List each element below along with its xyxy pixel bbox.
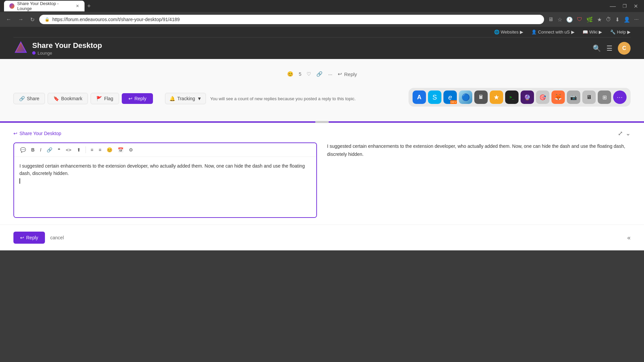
editor-settings-btn[interactable]: ⚙ bbox=[127, 146, 135, 154]
restore-btn[interactable]: ❐ bbox=[621, 1, 629, 11]
connect-link[interactable]: 👤 Connect with uS ▶ bbox=[531, 29, 575, 35]
forum-topbar: 🌐 Websites ▶ 👤 Connect with uS ▶ 📖 Wiki … bbox=[13, 27, 631, 38]
dock-calculator[interactable]: 🖩 bbox=[474, 90, 488, 104]
reply-section: ↩ Share Your Desktop ⤢ ⌄ 💬 B I 🔗 ❝ <> ⬆ bbox=[0, 123, 644, 225]
forum-logo[interactable]: Share Your Desktop Lounge bbox=[13, 41, 102, 56]
hamburger-menu[interactable]: ☰ bbox=[606, 44, 612, 52]
share-btn[interactable]: 🔗 Share bbox=[13, 93, 45, 104]
app-dock: A S e DEV 🔵 🖩 ★ bbox=[409, 88, 631, 107]
editor-quote-btn[interactable]: ❝ bbox=[56, 146, 62, 154]
editor-calendar-btn[interactable]: 📅 bbox=[116, 146, 125, 154]
bookmark-icon: 🔖 bbox=[53, 96, 59, 101]
minimize-btn[interactable]: — bbox=[608, 1, 618, 11]
emoji-react-btn[interactable]: 😊 bbox=[287, 71, 293, 77]
connect-chevron: ▶ bbox=[571, 29, 575, 35]
profile-btn[interactable]: 👤 bbox=[622, 15, 632, 24]
editor-ordered-list-btn[interactable]: ≡ bbox=[97, 146, 103, 154]
extension-btn[interactable]: 🌿 bbox=[585, 15, 594, 24]
collapse-editor-btn[interactable]: « bbox=[627, 234, 631, 241]
websites-link[interactable]: 🌐 Websites ▶ bbox=[494, 29, 523, 35]
section-divider bbox=[0, 121, 644, 123]
dock-star-app[interactable]: ★ bbox=[490, 90, 503, 104]
flag-label: Flag bbox=[104, 96, 113, 101]
editor-upload-btn[interactable]: ⬆ bbox=[75, 146, 83, 154]
dock-display[interactable]: 🖥 bbox=[582, 90, 596, 104]
reply-submit-label: Reply bbox=[26, 235, 38, 240]
download-btn[interactable]: ⬇ bbox=[614, 15, 621, 24]
flag-icon: 🚩 bbox=[96, 96, 102, 101]
reply-arrow-icon: ↩ bbox=[13, 131, 17, 136]
like-btn[interactable]: ♡ bbox=[307, 71, 311, 77]
lounge-label: Lounge bbox=[38, 51, 52, 56]
dock-color-picker[interactable]: 🎯 bbox=[536, 90, 549, 104]
desktop-btn[interactable]: 🖥 bbox=[547, 15, 555, 24]
reply-header: ↩ Share Your Desktop ⤢ ⌄ bbox=[13, 130, 631, 137]
preview-pane: I suggested certain enhancements to the … bbox=[327, 142, 631, 218]
dock-terminal[interactable]: >_ bbox=[505, 90, 519, 104]
editor-emoji2-btn[interactable]: 😊 bbox=[105, 146, 114, 154]
editor-bold-btn[interactable]: B bbox=[29, 146, 37, 154]
editor-container: 💬 B I 🔗 ❝ <> ⬆ ≡ ≡ 😊 📅 ⚙ I suggested cer… bbox=[13, 142, 317, 218]
menu-btn[interactable]: ··· bbox=[633, 15, 640, 24]
dock-app-store[interactable]: A bbox=[413, 90, 426, 104]
tracking-chevron: ▼ bbox=[197, 96, 202, 101]
editor-link-btn[interactable]: 🔗 bbox=[45, 146, 54, 154]
editor-unordered-list-btn[interactable]: ≡ bbox=[89, 146, 95, 154]
user-avatar[interactable]: C bbox=[618, 42, 631, 55]
dock-firefox[interactable]: 🦊 bbox=[551, 90, 565, 104]
browser-tab[interactable]: Share Your Desktop - Lounge ✕ bbox=[4, 1, 85, 11]
dock-finder[interactable]: 🔵 bbox=[459, 90, 472, 104]
reply-top-btn[interactable]: ↩ Reply bbox=[338, 71, 357, 77]
reply-main-btn[interactable]: ↩ Reply bbox=[122, 93, 153, 104]
address-bar[interactable]: 🔒 https://forum.endeavouros.com/t/share-… bbox=[39, 15, 544, 24]
reply-grid: 💬 B I 🔗 ❝ <> ⬆ ≡ ≡ 😊 📅 ⚙ I suggested cer… bbox=[13, 142, 631, 218]
divider-handle[interactable] bbox=[315, 121, 329, 123]
reply-submit-btn[interactable]: ↩ Reply bbox=[13, 232, 45, 244]
wiki-link[interactable]: 📖 Wiki ▶ bbox=[583, 29, 602, 35]
cancel-btn[interactable]: cancel bbox=[50, 235, 64, 240]
star-btn[interactable]: ☆ bbox=[556, 15, 564, 24]
tracking-btn[interactable]: 🔔 Tracking ▼ bbox=[165, 93, 206, 104]
lock-icon: 🔒 bbox=[45, 17, 50, 22]
dock-more-btn[interactable]: ··· bbox=[613, 90, 627, 104]
tab-close-btn[interactable]: ✕ bbox=[76, 4, 79, 8]
refresh-btn[interactable]: ↻ bbox=[28, 15, 37, 24]
forward-btn[interactable]: → bbox=[16, 15, 25, 24]
help-link[interactable]: 🔧 Help ▶ bbox=[610, 29, 631, 35]
editor-code-btn[interactable]: <> bbox=[64, 146, 73, 154]
bookmark-btn[interactable]: 🔖 Bookmark bbox=[48, 93, 88, 104]
clock-btn[interactable]: ⏱ bbox=[604, 15, 612, 24]
ellipsis-icon: ··· bbox=[328, 71, 332, 77]
url-text: https://forum.endeavouros.com/t/share-yo… bbox=[52, 17, 539, 22]
dock-grid[interactable]: ⊞ bbox=[598, 90, 611, 104]
dock-screenshot[interactable]: 📷 bbox=[567, 90, 580, 104]
back-btn[interactable]: ← bbox=[4, 15, 13, 24]
search-button[interactable]: 🔍 bbox=[593, 44, 601, 52]
editor-cursor bbox=[19, 178, 20, 184]
tab-favicon bbox=[9, 3, 14, 9]
editor-italic-btn[interactable]: I bbox=[38, 146, 43, 154]
dock-skype[interactable]: S bbox=[428, 90, 441, 104]
wiki-chevron: ▶ bbox=[599, 29, 602, 35]
help-chevron: ▶ bbox=[627, 29, 631, 35]
favorites-btn[interactable]: ★ bbox=[596, 15, 603, 24]
flag-btn[interactable]: 🚩 Flag bbox=[91, 93, 119, 104]
reply-topic-link[interactable]: ↩ Share Your Desktop bbox=[13, 131, 61, 136]
new-tab-button[interactable]: + bbox=[87, 3, 91, 10]
collapse-arrow-btn[interactable]: ⌄ bbox=[626, 130, 631, 137]
shield-icon[interactable]: 🛡 bbox=[576, 15, 584, 24]
forum-navbar: Share Your Desktop Lounge 🔍 ☰ C bbox=[13, 38, 631, 59]
reply-topic-text: Share Your Desktop bbox=[19, 131, 61, 136]
dock-tor[interactable]: 🔮 bbox=[521, 90, 534, 104]
editor-content: I suggested certain enhancements to the … bbox=[19, 163, 305, 176]
book-icon: 📖 bbox=[583, 29, 588, 35]
editor-body[interactable]: I suggested certain enhancements to the … bbox=[14, 157, 316, 217]
more-btn[interactable]: ··· bbox=[328, 71, 332, 77]
editor-emoji-btn[interactable]: 💬 bbox=[18, 146, 28, 154]
like-count: 5 bbox=[299, 71, 302, 77]
expand-btn[interactable]: ⤢ bbox=[618, 130, 623, 137]
close-btn[interactable]: ✕ bbox=[632, 1, 640, 11]
link-btn[interactable]: 🔗 bbox=[316, 71, 323, 77]
history-btn[interactable]: 🕐 bbox=[565, 15, 574, 24]
dock-edge-dev[interactable]: e DEV bbox=[443, 90, 457, 104]
